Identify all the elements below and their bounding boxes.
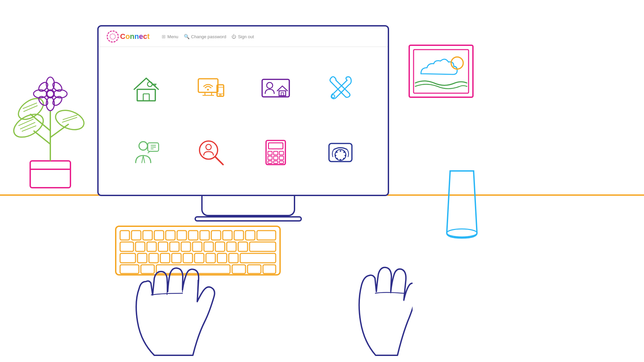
svg-rect-94 [246,231,255,240]
svg-rect-58 [268,143,283,149]
svg-rect-123 [248,265,261,274]
svg-line-56 [215,157,223,165]
svg-point-81 [447,229,477,237]
left-hands [127,228,238,362]
svg-rect-67 [279,161,283,163]
profile-house-icon[interactable] [261,73,291,103]
svg-point-55 [206,144,211,150]
svg-point-70 [339,150,341,152]
svg-point-75 [336,158,338,160]
right-hand [339,221,413,362]
svg-point-37 [207,88,209,90]
svg-point-29 [147,82,152,86]
svg-rect-106 [238,242,248,251]
telephone-icon[interactable] [325,137,356,168]
svg-point-71 [343,152,345,153]
svg-line-49 [143,156,145,163]
person-search-icon[interactable] [196,137,226,168]
svg-line-5 [50,124,69,137]
signout-icon: ⏻ [231,34,236,39]
devices-icon[interactable] [196,73,226,103]
svg-rect-65 [268,161,272,163]
svg-line-14 [23,106,38,112]
sign-out-link[interactable]: ⏻ Sign out [231,34,254,39]
svg-line-48 [142,156,143,163]
svg-rect-95 [257,231,276,240]
svg-rect-28 [143,94,149,101]
svg-point-25 [47,90,54,97]
svg-rect-27 [137,89,155,101]
svg-point-43 [267,82,273,88]
svg-rect-118 [240,253,276,263]
header-bar: Connect ⊞ Menu 🔍 Change password ⏻ Sign … [99,26,388,47]
svg-point-76 [335,155,336,157]
svg-point-77 [336,152,337,153]
svg-point-26 [110,34,115,39]
house-key-icon[interactable] [131,73,161,103]
svg-point-41 [219,94,221,96]
svg-rect-79 [414,50,469,93]
svg-rect-124 [263,265,276,274]
change-password-label: Change password [191,34,226,39]
advisor-icon[interactable] [131,137,161,168]
svg-rect-66 [273,161,278,163]
nav-links: ⊞ Menu 🔍 Change password ⏻ Sign out [162,34,254,39]
monitor-screen: Connect ⊞ Menu 🔍 Change password ⏻ Sign … [97,25,389,196]
svg-rect-0 [30,161,70,188]
svg-line-7 [20,122,35,129]
svg-point-46 [331,95,334,98]
svg-rect-59 [268,152,272,155]
picture-frame [408,44,475,112]
svg-point-74 [339,159,341,161]
svg-line-126 [182,278,183,292]
svg-rect-107 [250,242,276,251]
svg-rect-45 [281,93,283,96]
svg-rect-60 [273,152,278,155]
svg-rect-63 [273,156,278,160]
logo-circle [107,31,119,43]
icon-grid [99,47,388,193]
svg-line-3 [34,131,50,144]
plant-decoration [10,50,91,196]
menu-label: Menu [167,34,178,39]
svg-point-73 [343,158,344,160]
svg-rect-44 [279,91,285,96]
logo-text: Connect [120,32,150,41]
svg-point-47 [139,142,147,150]
svg-point-16 [46,90,54,98]
tools-icon[interactable] [325,73,356,103]
menu-link[interactable]: ⊞ Menu [162,34,178,39]
logo: Connect [107,31,150,43]
svg-line-11 [62,117,77,122]
svg-rect-78 [409,45,473,97]
svg-line-12 [63,115,77,120]
svg-point-13 [15,94,47,123]
svg-rect-62 [268,156,272,160]
change-password-link[interactable]: 🔍 Change password [184,34,226,39]
menu-icon: ⊞ [162,34,166,39]
monitor: Connect ⊞ Menu 🔍 Change password ⏻ Sign … [97,25,399,222]
glass-decoration [443,169,480,244]
svg-rect-61 [279,152,283,155]
svg-point-72 [344,155,346,157]
calculator-icon[interactable] [261,137,291,168]
monitor-stand [201,196,295,216]
svg-rect-64 [279,156,283,160]
sign-out-label: Sign out [238,34,254,39]
monitor-base [195,216,302,222]
search-icon: 🔍 [184,34,190,39]
